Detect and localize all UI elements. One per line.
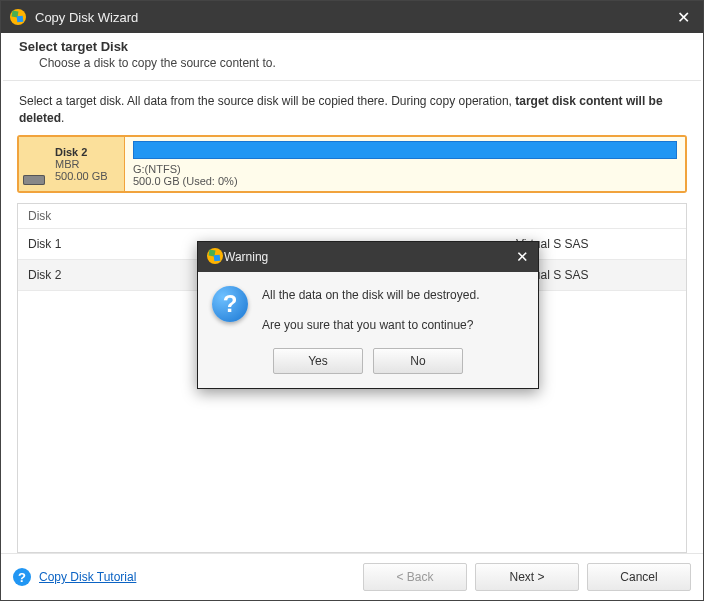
help-icon[interactable]: ? <box>13 568 31 586</box>
volume-bar <box>133 141 677 159</box>
question-icon: ? <box>212 286 248 322</box>
window-title: Copy Disk Wizard <box>35 10 663 25</box>
dialog-app-icon <box>206 247 224 268</box>
close-icon[interactable]: ✕ <box>663 1 703 33</box>
selected-disk-capacity: 500.00 GB <box>55 170 118 182</box>
dialog-button-row: Yes No <box>198 338 538 388</box>
yes-button[interactable]: Yes <box>273 348 363 374</box>
cell-disk: Disk 2 <box>18 268 222 282</box>
dialog-body: ? All the data on the disk will be destr… <box>198 272 538 338</box>
disk-icon <box>23 175 45 185</box>
selected-disk-summary: Disk 2 MBR 500.00 GB <box>19 137 125 191</box>
back-button[interactable]: < Back <box>363 563 467 591</box>
selected-disk-name: Disk 2 <box>55 146 118 158</box>
warning-dialog: Warning ✕ ? All the data on the disk wil… <box>197 241 539 389</box>
volume-detail: 500.0 GB (Used: 0%) <box>133 175 677 187</box>
dialog-close-icon[interactable]: ✕ <box>506 242 538 272</box>
cancel-button[interactable]: Cancel <box>587 563 691 591</box>
dialog-msg-1: All the data on the disk will be destroy… <box>262 286 479 304</box>
svg-rect-2 <box>17 16 24 23</box>
cell-disk: Disk 1 <box>18 237 222 251</box>
next-button[interactable]: Next > <box>475 563 579 591</box>
wizard-footer: ? Copy Disk Tutorial < Back Next > Cance… <box>1 553 703 600</box>
no-button[interactable]: No <box>373 348 463 374</box>
step-title: Select target Disk <box>1 39 703 54</box>
svg-rect-5 <box>214 254 221 261</box>
grid-header: Disk <box>18 204 686 229</box>
tutorial-link[interactable]: Copy Disk Tutorial <box>39 570 136 584</box>
instruction-suffix: . <box>61 111 64 125</box>
step-subtitle: Choose a disk to copy the source content… <box>1 54 703 70</box>
instruction-prefix: Select a target disk. All data from the … <box>19 94 515 108</box>
instruction-text: Select a target disk. All data from the … <box>17 93 687 135</box>
dialog-messages: All the data on the disk will be destroy… <box>262 286 479 334</box>
dialog-title: Warning <box>224 250 506 264</box>
selected-disk-volumes: G:(NTFS) 500.0 GB (Used: 0%) <box>125 137 685 191</box>
col-header-disk[interactable]: Disk <box>18 209 222 223</box>
volume-label: G:(NTFS) <box>133 163 677 175</box>
selected-disk-scheme: MBR <box>55 158 118 170</box>
dialog-titlebar[interactable]: Warning ✕ <box>198 242 538 272</box>
dialog-msg-2: Are you sure that you want to continue? <box>262 316 479 334</box>
titlebar[interactable]: Copy Disk Wizard ✕ <box>1 1 703 33</box>
selected-target-disk[interactable]: Disk 2 MBR 500.00 GB G:(NTFS) 500.0 GB (… <box>17 135 687 193</box>
wizard-header: Select target Disk Choose a disk to copy… <box>1 33 703 80</box>
app-icon <box>9 8 27 26</box>
